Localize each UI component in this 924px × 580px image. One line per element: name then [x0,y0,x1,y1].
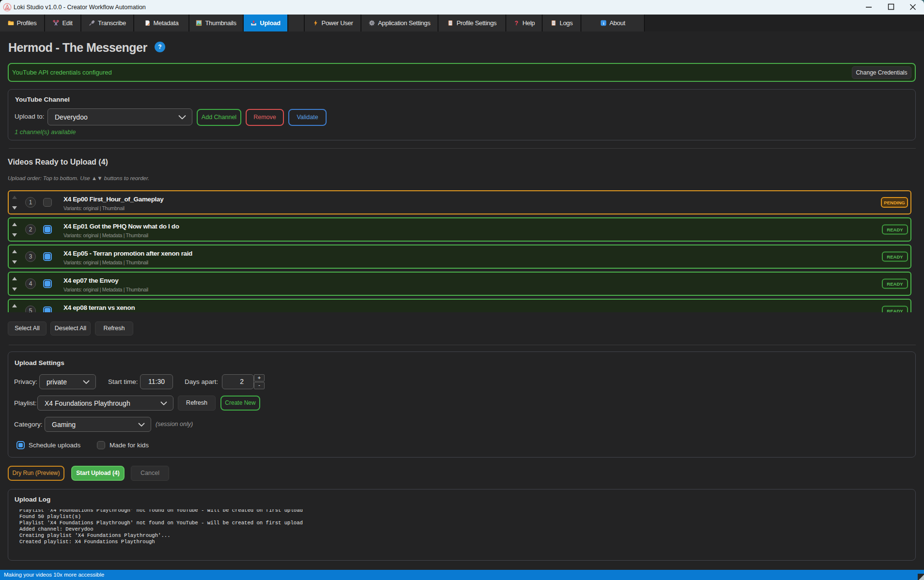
svg-text:?: ? [515,20,518,26]
